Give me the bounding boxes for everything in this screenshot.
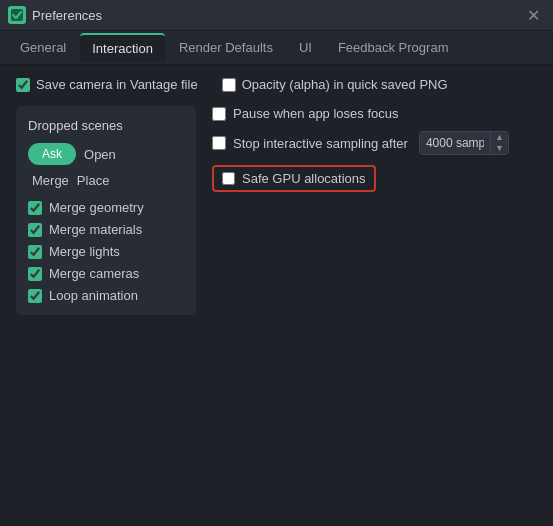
stop-sampling-option[interactable]: Stop interactive sampling after — [212, 136, 408, 151]
tab-general[interactable]: General — [8, 34, 78, 61]
ask-open-row: Ask Open — [28, 143, 184, 165]
save-camera-checkbox[interactable] — [16, 78, 30, 92]
title-bar-left: Preferences — [8, 6, 102, 24]
two-col: Dropped scenes Ask Open Merge Place Merg… — [16, 106, 537, 315]
save-camera-option[interactable]: Save camera in Vantage file — [16, 77, 198, 92]
pause-option[interactable]: Pause when app loses focus — [212, 106, 537, 121]
merge-lights-checkbox[interactable] — [28, 245, 42, 259]
top-row: Save camera in Vantage file Opacity (alp… — [16, 77, 537, 92]
merge-place-row: Merge Place — [28, 173, 184, 188]
merge-geometry-option[interactable]: Merge geometry — [28, 200, 184, 215]
merge-materials-option[interactable]: Merge materials — [28, 222, 184, 237]
opacity-label: Opacity (alpha) in quick saved PNG — [242, 77, 448, 92]
right-panel: Pause when app loses focus Stop interact… — [212, 106, 537, 192]
loop-animation-option[interactable]: Loop animation — [28, 288, 184, 303]
samples-down-arrow[interactable]: ▼ — [491, 143, 508, 154]
merge-materials-checkbox[interactable] — [28, 223, 42, 237]
merge-cameras-label: Merge cameras — [49, 266, 139, 281]
merge-lights-label: Merge lights — [49, 244, 120, 259]
safe-gpu-option[interactable]: Safe GPU allocations — [212, 165, 376, 192]
loop-animation-checkbox[interactable] — [28, 289, 42, 303]
safe-gpu-checkbox[interactable] — [222, 172, 235, 185]
open-button[interactable]: Open — [84, 147, 116, 162]
merge-tab-button[interactable]: Merge — [32, 173, 69, 188]
tab-ui[interactable]: UI — [287, 34, 324, 61]
stop-sampling-label: Stop interactive sampling after — [233, 136, 408, 151]
place-tab-button[interactable]: Place — [77, 173, 110, 188]
samples-input-wrap: ▲ ▼ — [419, 131, 509, 155]
samples-up-arrow[interactable]: ▲ — [491, 132, 508, 143]
safe-gpu-highlighted: Safe GPU allocations — [212, 165, 537, 192]
stop-sampling-checkbox[interactable] — [212, 136, 226, 150]
save-camera-label: Save camera in Vantage file — [36, 77, 198, 92]
ask-button[interactable]: Ask — [28, 143, 76, 165]
tab-bar: General Interaction Render Defaults UI F… — [0, 31, 553, 65]
main-content: Save camera in Vantage file Opacity (alp… — [0, 65, 553, 327]
pause-label: Pause when app loses focus — [233, 106, 399, 121]
merge-materials-label: Merge materials — [49, 222, 142, 237]
loop-animation-label: Loop animation — [49, 288, 138, 303]
opacity-checkbox[interactable] — [222, 78, 236, 92]
merge-geometry-checkbox[interactable] — [28, 201, 42, 215]
tab-feedback-program[interactable]: Feedback Program — [326, 34, 461, 61]
merge-geometry-label: Merge geometry — [49, 200, 144, 215]
dropped-scenes-panel: Dropped scenes Ask Open Merge Place Merg… — [16, 106, 196, 315]
pause-checkbox[interactable] — [212, 107, 226, 121]
sampling-row: Stop interactive sampling after ▲ ▼ — [212, 131, 537, 155]
dropped-scenes-title: Dropped scenes — [28, 118, 184, 133]
window-title: Preferences — [32, 8, 102, 23]
merge-cameras-option[interactable]: Merge cameras — [28, 266, 184, 281]
close-button[interactable]: ✕ — [521, 3, 545, 27]
app-icon — [8, 6, 26, 24]
merge-lights-option[interactable]: Merge lights — [28, 244, 184, 259]
tab-render-defaults[interactable]: Render Defaults — [167, 34, 285, 61]
samples-input[interactable] — [420, 133, 490, 153]
merge-cameras-checkbox[interactable] — [28, 267, 42, 281]
samples-arrows: ▲ ▼ — [490, 132, 508, 154]
opacity-option[interactable]: Opacity (alpha) in quick saved PNG — [222, 77, 448, 92]
tab-interaction[interactable]: Interaction — [80, 33, 165, 62]
option-list: Merge geometry Merge materials Merge lig… — [28, 200, 184, 303]
safe-gpu-label: Safe GPU allocations — [242, 171, 366, 186]
title-bar: Preferences ✕ — [0, 0, 553, 31]
